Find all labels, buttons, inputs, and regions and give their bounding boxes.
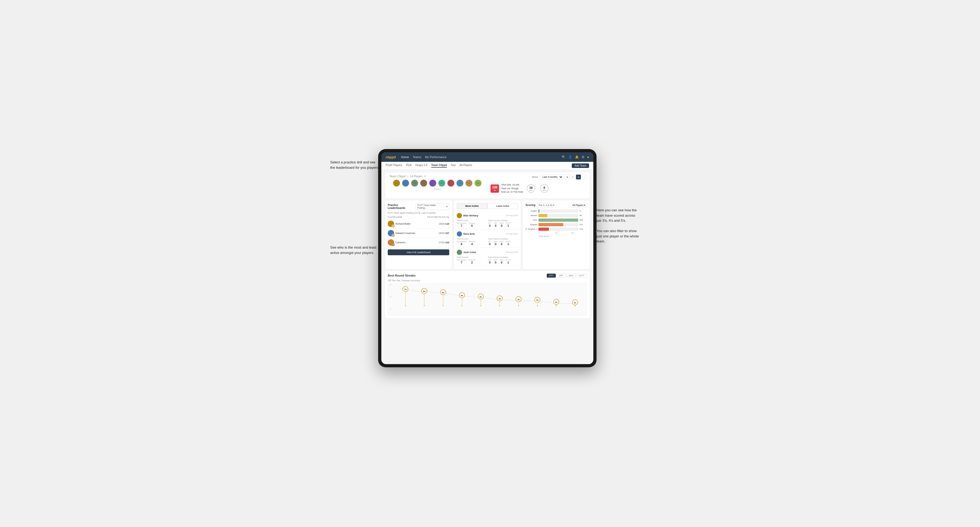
player-avatar-7[interactable]: SA <box>447 179 455 187</box>
bar-label-eagles: Eagles <box>525 210 537 212</box>
player-avatar-10[interactable]: GF <box>474 179 482 187</box>
nav-link-teams[interactable]: Teams <box>413 156 421 159</box>
bar-track-bogeys <box>538 223 578 226</box>
activity-card: Most Active Least Active Blair McHarg 26… <box>454 200 521 269</box>
drill-subtitle: PUTT Must Make Putting (3-6 ft), Last 3 … <box>388 211 449 214</box>
player-avatar-5[interactable]: MW <box>429 179 436 187</box>
leaderboard-row-2[interactable]: 2 Edward Crossman 18/20 107 <box>388 229 449 238</box>
pa-practice-activities-1: Total Practice Activities OTT 0 APP <box>488 219 518 227</box>
sub-nav-hcaps[interactable]: Hcaps 1-5 <box>415 163 428 168</box>
player-avatar-8[interactable]: TK <box>456 179 464 187</box>
user-icon[interactable]: 👤 <box>568 155 572 159</box>
streak-y-axis: 6 4 2 <box>390 284 396 310</box>
show-label: Show: <box>532 176 538 178</box>
scoring-card: Scoring Par 3, 4 & 5s ▾ All Players ▾ <box>523 200 590 269</box>
view-grid-icon[interactable]: ⊞ <box>565 175 570 179</box>
lb-name-3: Cameron... <box>396 241 407 244</box>
svg-point-23 <box>575 305 576 306</box>
lb-name-1: Richard Butler <box>396 222 410 225</box>
scoring-par-filter[interactable]: Par 3, 4 & 5s ▾ <box>537 203 556 207</box>
scoring-bar-chart: Eagles 3 Birdies <box>525 210 587 237</box>
bar-fill-birdies <box>538 214 547 217</box>
pa-stats-2: Total Rounds Tournament 8 Practice <box>457 238 518 246</box>
lb-badge-3: 3 <box>391 243 395 246</box>
bar-row-pars: Pars 499 <box>525 219 587 222</box>
avatar-icon[interactable]: ● <box>587 155 589 159</box>
svg-point-21 <box>556 305 557 306</box>
shot-details: Shot Dist: 16 yds Start Lie: Rough End L… <box>501 183 523 194</box>
bar-fill-bogeys <box>538 223 563 226</box>
pa-name-3: Josh Coles <box>463 251 476 254</box>
leaderboard-row-1[interactable]: 1 Richard Butler 19/20 110 <box>388 219 449 229</box>
svg-point-19 <box>537 305 538 306</box>
drill-selector[interactable]: PUTT Must Make Putting... ▾ <box>416 203 449 210</box>
bell-icon[interactable]: 🔔 <box>575 155 579 159</box>
shot-circle-2: 0 yds <box>540 184 549 193</box>
tab-least-active[interactable]: Least Active <box>487 203 518 209</box>
team-info-side: Team Clippd | 14 Players ✏ RB EC CB JC M… <box>388 175 486 196</box>
streaks-tab-arg[interactable]: ARG <box>566 274 576 278</box>
player-avatar-9[interactable]: PL <box>465 179 473 187</box>
nav-link-home[interactable]: Home <box>401 156 409 159</box>
svg-point-9 <box>442 305 444 306</box>
view-list-icon[interactable]: ≡ <box>570 175 575 179</box>
team-header-area: Team Clippd | 14 Players ✏ RB EC CB JC M… <box>385 173 590 198</box>
streak-chart-svg: 7x 6x 6x 5x 5x 4x 4x <box>396 286 584 310</box>
streaks-tab-putt[interactable]: PUTT <box>577 274 587 278</box>
sub-nav-all-players[interactable]: All Players <box>460 163 472 168</box>
svg-point-15 <box>499 305 500 306</box>
shot-info-side: Show: Last 3 months ⊞ ≡ ⊟ ↕ <box>488 175 586 196</box>
streaks-tab-ott[interactable]: OTT <box>547 274 556 278</box>
three-col-area: Practice Leaderboards PUTT Must Make Put… <box>385 200 590 269</box>
sub-nav-pga[interactable]: PGA <box>406 163 412 168</box>
sub-nav-pgat[interactable]: PGAT Players <box>386 163 402 168</box>
pa-header-3: Josh Coles 26 Aug 2023 <box>457 250 518 255</box>
player-avatar-6[interactable]: DH <box>438 179 445 187</box>
shot-circles: 16 yds → 0 yds <box>527 184 549 193</box>
add-team-button[interactable]: Add Team <box>572 163 589 168</box>
lb-avg-2: 107 <box>445 232 449 235</box>
bar-fill-pars <box>538 219 578 222</box>
streaks-tab-app[interactable]: APP <box>557 274 566 278</box>
view-detail-icon[interactable]: ⊟ <box>576 175 581 179</box>
settings-icon[interactable]: ⚙ <box>582 155 584 159</box>
lb-badge-2: 2 <box>391 234 395 237</box>
pa-name-1: Blair McHarg <box>463 214 478 217</box>
player-avatar-2[interactable]: EC <box>402 179 409 187</box>
show-select[interactable]: Last 3 months <box>540 175 563 179</box>
shot-arrow-icon: → <box>536 187 539 190</box>
nav-links: Home Teams My Performance <box>401 156 562 159</box>
svg-text:3x: 3x <box>574 302 577 304</box>
edit-team-icon[interactable]: ✏ <box>424 175 426 178</box>
lb-avatar-2: 2 <box>388 230 394 237</box>
lb-avatar-3: 3 <box>388 239 394 246</box>
pa-date-3: 26 Aug 2023 <box>506 251 518 253</box>
pa-stats-3: Total Rounds Tournament 7 Practice <box>457 256 518 264</box>
y-label-6: 6 <box>390 284 396 286</box>
view-compact-icon[interactable]: ↕ <box>582 175 586 179</box>
lb-name-2: Edward Crossman <box>396 232 415 235</box>
svg-text:7x: 7x <box>404 288 407 290</box>
pa-date-2: 02 Sep 2023 <box>506 233 518 235</box>
scoring-player-filter[interactable]: All Players ▾ <box>570 203 587 207</box>
tablet-screen: clippd Home Teams My Performance 🔍 👤 🔔 ⚙… <box>381 152 593 364</box>
player-avatar-3[interactable]: CB <box>411 179 418 187</box>
shot-circle-1: 16 yds <box>527 184 535 193</box>
player-avatar-1[interactable]: RB <box>393 179 400 187</box>
bar-row-bogeys: Bogeys 311 <box>525 223 587 226</box>
pa-player-info-2: Rees Britt <box>457 231 475 237</box>
nav-link-my-performance[interactable]: My Performance <box>425 156 447 159</box>
search-icon[interactable]: 🔍 <box>562 155 566 159</box>
tab-most-active[interactable]: Most Active <box>457 203 487 209</box>
leaderboard-row-3[interactable]: 3 Cameron... 17/20 103 <box>388 238 449 247</box>
pa-avatar-3 <box>457 250 462 255</box>
sub-nav-tour[interactable]: Tour <box>450 163 456 168</box>
player-avatar-4[interactable]: JC <box>420 179 428 187</box>
view-full-leaderboard-button[interactable]: View Full Leaderboard <box>388 249 449 255</box>
bar-track-eagles <box>538 210 578 213</box>
sub-nav-team-clippd[interactable]: Team Clippd <box>431 163 447 168</box>
lb-score-1: 19/20 <box>439 222 445 225</box>
lb-avg-3: 103 <box>445 241 449 244</box>
scoring-title: Scoring <box>525 204 535 206</box>
lb-player-3: 3 Cameron... <box>388 239 438 246</box>
